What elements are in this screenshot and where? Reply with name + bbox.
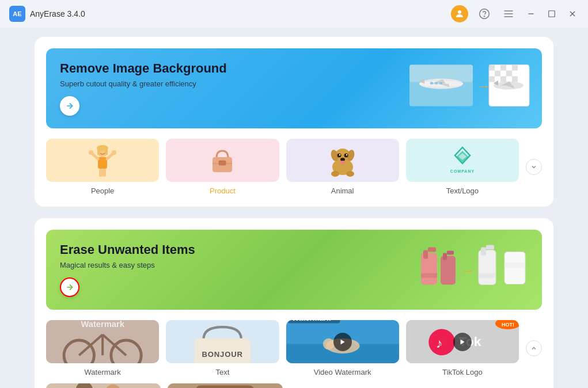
watermark-label: Watermark <box>85 368 121 376</box>
tiktok-label: TikTok Logo <box>442 368 483 376</box>
titlebar-right <box>451 5 579 22</box>
app-name: AnyErase 3.4.0 <box>30 9 85 18</box>
svg-rect-78 <box>479 250 496 284</box>
video-play-button[interactable] <box>333 333 352 351</box>
svg-point-57 <box>344 153 348 157</box>
user-avatar-icon[interactable] <box>451 5 468 22</box>
titlebar-left: AE AnyErase 3.4.0 <box>9 6 85 22</box>
svg-point-62 <box>331 171 339 177</box>
category-textlogo[interactable]: COMPANY Text/Logo <box>406 139 519 195</box>
menu-icon[interactable] <box>500 6 517 22</box>
svg-rect-45 <box>99 169 103 177</box>
erase-items-card: Erase Unwanted Items Magical results & e… <box>35 218 553 388</box>
svg-rect-26 <box>495 70 500 76</box>
animal-thumb <box>286 139 399 182</box>
textlogo-thumb: COMPANY <box>406 139 519 182</box>
svg-rect-79 <box>481 247 486 255</box>
svg-rect-27 <box>506 70 512 76</box>
svg-point-63 <box>346 171 354 177</box>
app-logo: AE <box>9 6 25 22</box>
category-people[interactable]: People <box>46 139 159 195</box>
erase-items-start-button[interactable] <box>60 277 79 297</box>
banner-plane-image: → <box>409 60 530 117</box>
svg-rect-81 <box>479 273 496 277</box>
svg-text:HOT!: HOT! <box>502 322 514 328</box>
maximize-button[interactable] <box>545 7 558 20</box>
minimize-button[interactable] <box>525 7 537 20</box>
svg-rect-39 <box>105 148 108 155</box>
video-watermark-thumb: Watermark <box>286 320 399 363</box>
svg-point-56 <box>337 153 341 157</box>
product-label: Product <box>210 187 236 195</box>
erase-items-banner: Erase Unwanted Items Magical results & e… <box>46 230 542 310</box>
textlogo-label: Text/Logo <box>446 187 479 195</box>
close-button[interactable] <box>566 7 579 20</box>
svg-rect-29 <box>500 76 506 82</box>
svg-rect-49 <box>219 161 226 165</box>
category-product[interactable]: Product <box>166 139 279 195</box>
svg-rect-74 <box>441 256 456 284</box>
category-video-watermark[interactable]: Watermark Video Watermark <box>286 320 399 376</box>
svg-rect-7 <box>549 11 555 17</box>
bottom-spacer <box>290 383 519 388</box>
svg-point-61 <box>340 161 345 164</box>
category-text[interactable]: BONJOUR Text <box>166 320 279 376</box>
svg-rect-25 <box>512 64 518 70</box>
chevron-down-button[interactable] <box>526 159 542 175</box>
svg-text:COMPANY: COMPANY <box>450 169 475 173</box>
svg-rect-73 <box>421 273 437 277</box>
svg-rect-23 <box>489 64 495 70</box>
people-thumb <box>46 139 159 182</box>
text-label: Text <box>215 368 229 376</box>
text-thumb: BONJOUR <box>166 320 279 363</box>
svg-rect-76 <box>447 250 454 254</box>
svg-text:♪: ♪ <box>436 336 442 351</box>
svg-marker-100 <box>340 339 344 344</box>
video-watermark-label: Video Watermark <box>314 368 371 376</box>
product-thumb <box>166 139 279 182</box>
svg-rect-83 <box>504 262 525 268</box>
svg-rect-18 <box>430 82 433 84</box>
svg-rect-111 <box>46 383 161 388</box>
chevron-up-button[interactable] <box>526 340 542 356</box>
svg-text:Watermark: Watermark <box>291 320 331 322</box>
remove-bg-banner: Remove Image Background Superb cutout qu… <box>46 48 542 128</box>
remove-bg-start-button[interactable] <box>60 96 79 116</box>
svg-point-44 <box>112 150 116 155</box>
bottom-category-person[interactable] <box>46 383 161 388</box>
svg-rect-20 <box>439 82 442 84</box>
tiktok-play-button[interactable] <box>453 333 472 351</box>
svg-text:→: → <box>461 263 474 277</box>
titlebar: AE AnyErase 3.4.0 <box>0 0 588 28</box>
svg-text:→: → <box>477 78 490 93</box>
svg-point-112 <box>75 383 93 388</box>
svg-rect-19 <box>435 82 438 84</box>
svg-point-59 <box>346 154 347 155</box>
svg-rect-38 <box>97 148 100 155</box>
svg-marker-106 <box>460 339 464 344</box>
svg-rect-24 <box>500 64 506 70</box>
svg-point-43 <box>89 150 93 155</box>
svg-point-58 <box>339 154 340 155</box>
svg-text:Watermark: Watermark <box>81 320 124 329</box>
category-animal[interactable]: Animal <box>286 139 399 195</box>
tiktok-thumb-img: ♪ Tok HOT! <box>406 320 519 363</box>
bottom-category-object[interactable] <box>168 383 282 388</box>
hot-badge: HOT! ★ ★ <box>494 320 519 333</box>
svg-rect-28 <box>489 76 495 82</box>
category-tiktok[interactable]: ♪ Tok HOT! <box>406 320 519 376</box>
svg-rect-80 <box>486 245 494 249</box>
svg-rect-118 <box>196 385 254 388</box>
svg-point-97 <box>323 338 334 350</box>
svg-rect-72 <box>428 247 436 252</box>
remove-bg-categories: People <box>46 139 542 195</box>
svg-rect-30 <box>512 76 518 82</box>
banner-bottles-image: → <box>415 241 530 298</box>
remove-bg-card: Remove Image Background Superb cutout qu… <box>35 37 553 207</box>
category-watermark[interactable]: Watermark Watermark <box>46 320 159 376</box>
animal-label: Animal <box>331 187 354 195</box>
svg-point-0 <box>458 10 461 14</box>
svg-rect-46 <box>103 169 106 177</box>
help-icon[interactable] <box>476 6 492 22</box>
svg-text:BONJOUR: BONJOUR <box>202 350 243 359</box>
